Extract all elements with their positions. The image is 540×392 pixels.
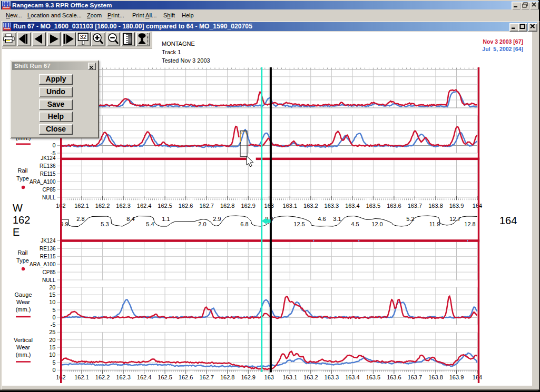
- svg-text:162.8: 162.8: [220, 374, 235, 380]
- svg-text:RE136: RE136: [40, 163, 56, 169]
- svg-text:162: 162: [13, 214, 30, 226]
- svg-text:CP85: CP85: [42, 269, 55, 275]
- svg-text:163.5: 163.5: [366, 374, 381, 380]
- svg-text:5.2: 5.2: [406, 216, 414, 222]
- svg-text:Rail: Rail: [18, 167, 28, 174]
- svg-text:5: 5: [52, 359, 55, 366]
- svg-text:163.6: 163.6: [387, 374, 401, 380]
- svg-text:163: 163: [264, 374, 274, 380]
- svg-text:20: 20: [49, 337, 55, 343]
- svg-text:11.9: 11.9: [429, 221, 440, 227]
- svg-text:RE115: RE115: [40, 171, 56, 177]
- svg-text:163.5: 163.5: [366, 203, 381, 209]
- svg-text:0: 0: [52, 367, 55, 373]
- svg-text:163.2: 163.2: [303, 374, 318, 380]
- svg-text:ARA_A100: ARA_A100: [30, 179, 56, 185]
- svg-text:12.7: 12.7: [449, 216, 460, 222]
- svg-text:1.1: 1.1: [162, 216, 170, 222]
- svg-text:15: 15: [49, 292, 55, 298]
- svg-text:163.3: 163.3: [325, 374, 339, 380]
- svg-text:162.4: 162.4: [137, 203, 152, 209]
- svg-text:Type: Type: [16, 175, 29, 182]
- svg-text:5.4: 5.4: [146, 221, 154, 227]
- svg-text:3.1: 3.1: [333, 216, 341, 222]
- svg-text:ARA_A100: ARA_A100: [30, 262, 56, 267]
- svg-text:162.1: 162.1: [74, 203, 89, 209]
- svg-text:0: 0: [52, 142, 55, 148]
- svg-text:5.3: 5.3: [101, 221, 109, 227]
- svg-text:(mm.): (mm.): [16, 306, 31, 313]
- svg-text:163.1: 163.1: [283, 374, 298, 380]
- svg-text:-5: -5: [51, 321, 56, 328]
- svg-text:RE136: RE136: [40, 246, 56, 252]
- svg-text:2.9: 2.9: [213, 216, 221, 222]
- svg-text:163.2: 163.2: [303, 203, 318, 209]
- svg-text:162.2: 162.2: [95, 203, 110, 209]
- svg-text:164: 164: [499, 215, 517, 226]
- svg-text:162.2: 162.2: [95, 374, 110, 380]
- svg-text:Vertical: Vertical: [14, 337, 33, 343]
- svg-text:JK124: JK124: [41, 238, 56, 244]
- svg-text:164: 164: [473, 374, 482, 380]
- svg-text:163.7: 163.7: [408, 374, 423, 380]
- svg-text:163.9: 163.9: [449, 374, 464, 380]
- svg-text:(mm.): (mm.): [16, 351, 31, 358]
- svg-text:W: W: [13, 202, 23, 214]
- svg-text:CP85: CP85: [42, 187, 55, 193]
- svg-text:10: 10: [49, 351, 55, 358]
- svg-text:162.9: 162.9: [241, 374, 256, 380]
- svg-text:6.8: 6.8: [240, 221, 248, 227]
- svg-text:Rail: Rail: [18, 249, 28, 256]
- svg-text:0: 0: [52, 314, 55, 320]
- svg-text:8.4: 8.4: [126, 216, 134, 222]
- svg-text:RE115: RE115: [40, 254, 56, 259]
- svg-text:2.0: 2.0: [198, 221, 206, 227]
- svg-text:164: 164: [473, 203, 482, 209]
- svg-text:15: 15: [49, 344, 55, 350]
- svg-text:162.7: 162.7: [199, 374, 214, 380]
- svg-text:163: 163: [264, 203, 274, 209]
- svg-text:4.5: 4.5: [351, 221, 359, 227]
- svg-text:162.1: 162.1: [74, 374, 89, 380]
- svg-text:5: 5: [52, 307, 55, 313]
- svg-text:162.7: 162.7: [199, 203, 214, 209]
- svg-text:162.3: 162.3: [116, 203, 131, 209]
- svg-text:163.8: 163.8: [428, 374, 443, 380]
- svg-text:162.9: 162.9: [241, 203, 256, 209]
- svg-text:12.8: 12.8: [464, 221, 475, 227]
- svg-text:163.7: 163.7: [408, 203, 423, 209]
- svg-text:162.5: 162.5: [158, 374, 172, 380]
- svg-text:162.3: 162.3: [116, 374, 131, 380]
- svg-text:NULL: NULL: [42, 195, 56, 200]
- svg-text:163.9: 163.9: [449, 203, 464, 209]
- svg-text:163.3: 163.3: [325, 203, 339, 209]
- svg-text:25: 25: [49, 329, 55, 335]
- svg-text:162.6: 162.6: [179, 374, 193, 380]
- svg-text:20: 20: [49, 284, 55, 290]
- svg-text:163.4: 163.4: [345, 374, 360, 380]
- svg-text:163.6: 163.6: [387, 203, 401, 209]
- svg-text:12.0: 12.0: [371, 221, 382, 227]
- svg-text:162.5: 162.5: [158, 203, 172, 209]
- svg-text:163.8: 163.8: [428, 203, 443, 209]
- svg-text:Wear: Wear: [16, 344, 30, 350]
- svg-text:Gauge: Gauge: [14, 292, 32, 298]
- svg-text:2.8: 2.8: [76, 216, 84, 222]
- svg-text:E: E: [13, 226, 19, 238]
- svg-text:10: 10: [49, 299, 55, 305]
- svg-text:12.5: 12.5: [293, 221, 305, 227]
- svg-text:Type: Type: [16, 257, 29, 264]
- svg-text:163.1: 163.1: [283, 203, 298, 209]
- svg-text:162.6: 162.6: [179, 203, 193, 209]
- svg-text:JK124: JK124: [41, 155, 56, 161]
- svg-text:162.4: 162.4: [137, 374, 152, 380]
- svg-text:162.8: 162.8: [220, 203, 235, 209]
- svg-text:NULL: NULL: [42, 277, 56, 283]
- svg-text:4.6: 4.6: [318, 216, 326, 222]
- svg-text:Wear: Wear: [16, 299, 30, 305]
- svg-text:163.4: 163.4: [345, 203, 360, 209]
